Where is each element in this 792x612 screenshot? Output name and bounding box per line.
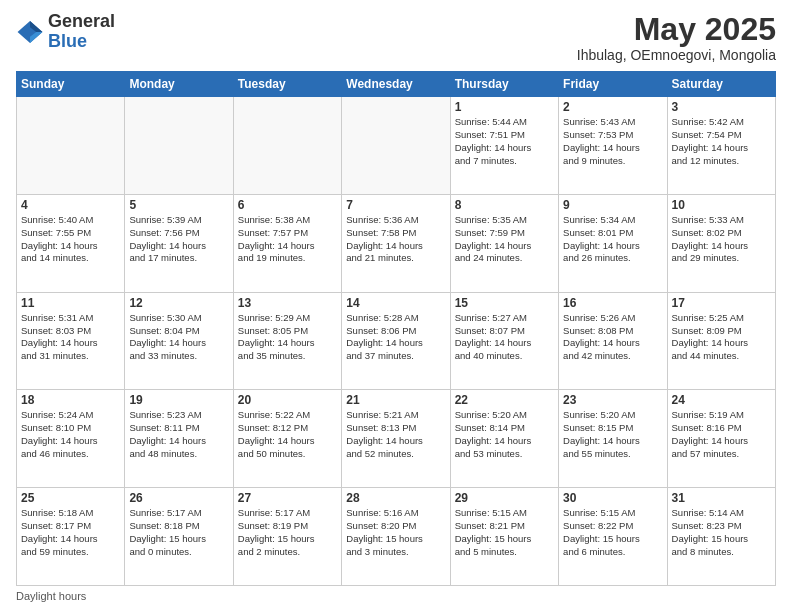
day-info: Sunrise: 5:18 AM Sunset: 8:17 PM Dayligh… — [21, 507, 120, 558]
day-info: Sunrise: 5:20 AM Sunset: 8:14 PM Dayligh… — [455, 409, 554, 460]
day-number: 10 — [672, 198, 771, 212]
day-info: Sunrise: 5:20 AM Sunset: 8:15 PM Dayligh… — [563, 409, 662, 460]
day-number: 14 — [346, 296, 445, 310]
day-number: 9 — [563, 198, 662, 212]
calendar-cell: 20Sunrise: 5:22 AM Sunset: 8:12 PM Dayli… — [233, 390, 341, 488]
weekday-header-friday: Friday — [559, 72, 667, 97]
day-number: 1 — [455, 100, 554, 114]
day-number: 8 — [455, 198, 554, 212]
calendar-cell: 11Sunrise: 5:31 AM Sunset: 8:03 PM Dayli… — [17, 292, 125, 390]
day-number: 2 — [563, 100, 662, 114]
day-number: 6 — [238, 198, 337, 212]
day-number: 17 — [672, 296, 771, 310]
calendar-cell: 22Sunrise: 5:20 AM Sunset: 8:14 PM Dayli… — [450, 390, 558, 488]
day-number: 20 — [238, 393, 337, 407]
weekday-header-thursday: Thursday — [450, 72, 558, 97]
logo-text: General Blue — [48, 12, 115, 52]
day-info: Sunrise: 5:31 AM Sunset: 8:03 PM Dayligh… — [21, 312, 120, 363]
day-number: 11 — [21, 296, 120, 310]
daylight-label: Daylight hours — [16, 590, 86, 602]
calendar-cell: 30Sunrise: 5:15 AM Sunset: 8:22 PM Dayli… — [559, 488, 667, 586]
day-info: Sunrise: 5:15 AM Sunset: 8:21 PM Dayligh… — [455, 507, 554, 558]
week-row-0: 1Sunrise: 5:44 AM Sunset: 7:51 PM Daylig… — [17, 97, 776, 195]
day-number: 24 — [672, 393, 771, 407]
calendar-cell: 6Sunrise: 5:38 AM Sunset: 7:57 PM Daylig… — [233, 194, 341, 292]
calendar-cell — [342, 97, 450, 195]
day-info: Sunrise: 5:25 AM Sunset: 8:09 PM Dayligh… — [672, 312, 771, 363]
day-number: 26 — [129, 491, 228, 505]
calendar-cell: 12Sunrise: 5:30 AM Sunset: 8:04 PM Dayli… — [125, 292, 233, 390]
day-number: 22 — [455, 393, 554, 407]
calendar-cell: 3Sunrise: 5:42 AM Sunset: 7:54 PM Daylig… — [667, 97, 775, 195]
day-info: Sunrise: 5:38 AM Sunset: 7:57 PM Dayligh… — [238, 214, 337, 265]
weekday-header-wednesday: Wednesday — [342, 72, 450, 97]
day-number: 25 — [21, 491, 120, 505]
day-info: Sunrise: 5:28 AM Sunset: 8:06 PM Dayligh… — [346, 312, 445, 363]
calendar-cell: 26Sunrise: 5:17 AM Sunset: 8:18 PM Dayli… — [125, 488, 233, 586]
day-info: Sunrise: 5:24 AM Sunset: 8:10 PM Dayligh… — [21, 409, 120, 460]
day-info: Sunrise: 5:40 AM Sunset: 7:55 PM Dayligh… — [21, 214, 120, 265]
location: Ihbulag, OEmnoegovi, Mongolia — [577, 47, 776, 63]
weekday-header-monday: Monday — [125, 72, 233, 97]
day-info: Sunrise: 5:35 AM Sunset: 7:59 PM Dayligh… — [455, 214, 554, 265]
calendar-cell: 2Sunrise: 5:43 AM Sunset: 7:53 PM Daylig… — [559, 97, 667, 195]
calendar-cell: 16Sunrise: 5:26 AM Sunset: 8:08 PM Dayli… — [559, 292, 667, 390]
week-row-4: 25Sunrise: 5:18 AM Sunset: 8:17 PM Dayli… — [17, 488, 776, 586]
calendar-cell: 17Sunrise: 5:25 AM Sunset: 8:09 PM Dayli… — [667, 292, 775, 390]
logo: General Blue — [16, 12, 115, 52]
day-number: 31 — [672, 491, 771, 505]
calendar-cell: 25Sunrise: 5:18 AM Sunset: 8:17 PM Dayli… — [17, 488, 125, 586]
day-info: Sunrise: 5:42 AM Sunset: 7:54 PM Dayligh… — [672, 116, 771, 167]
calendar-cell: 19Sunrise: 5:23 AM Sunset: 8:11 PM Dayli… — [125, 390, 233, 488]
day-number: 29 — [455, 491, 554, 505]
calendar-cell: 18Sunrise: 5:24 AM Sunset: 8:10 PM Dayli… — [17, 390, 125, 488]
weekday-header-row: SundayMondayTuesdayWednesdayThursdayFrid… — [17, 72, 776, 97]
day-info: Sunrise: 5:23 AM Sunset: 8:11 PM Dayligh… — [129, 409, 228, 460]
day-number: 7 — [346, 198, 445, 212]
day-number: 27 — [238, 491, 337, 505]
day-number: 15 — [455, 296, 554, 310]
day-info: Sunrise: 5:26 AM Sunset: 8:08 PM Dayligh… — [563, 312, 662, 363]
day-info: Sunrise: 5:30 AM Sunset: 8:04 PM Dayligh… — [129, 312, 228, 363]
calendar-cell: 13Sunrise: 5:29 AM Sunset: 8:05 PM Dayli… — [233, 292, 341, 390]
calendar-cell: 21Sunrise: 5:21 AM Sunset: 8:13 PM Dayli… — [342, 390, 450, 488]
day-number: 18 — [21, 393, 120, 407]
day-info: Sunrise: 5:27 AM Sunset: 8:07 PM Dayligh… — [455, 312, 554, 363]
calendar-cell: 7Sunrise: 5:36 AM Sunset: 7:58 PM Daylig… — [342, 194, 450, 292]
day-info: Sunrise: 5:29 AM Sunset: 8:05 PM Dayligh… — [238, 312, 337, 363]
calendar-cell: 27Sunrise: 5:17 AM Sunset: 8:19 PM Dayli… — [233, 488, 341, 586]
calendar-cell: 10Sunrise: 5:33 AM Sunset: 8:02 PM Dayli… — [667, 194, 775, 292]
calendar-cell: 14Sunrise: 5:28 AM Sunset: 8:06 PM Dayli… — [342, 292, 450, 390]
calendar-cell: 23Sunrise: 5:20 AM Sunset: 8:15 PM Dayli… — [559, 390, 667, 488]
day-number: 5 — [129, 198, 228, 212]
week-row-1: 4Sunrise: 5:40 AM Sunset: 7:55 PM Daylig… — [17, 194, 776, 292]
day-number: 13 — [238, 296, 337, 310]
day-number: 4 — [21, 198, 120, 212]
day-info: Sunrise: 5:17 AM Sunset: 8:19 PM Dayligh… — [238, 507, 337, 558]
day-info: Sunrise: 5:15 AM Sunset: 8:22 PM Dayligh… — [563, 507, 662, 558]
day-info: Sunrise: 5:17 AM Sunset: 8:18 PM Dayligh… — [129, 507, 228, 558]
logo-blue-text: Blue — [48, 31, 87, 51]
calendar-cell: 15Sunrise: 5:27 AM Sunset: 8:07 PM Dayli… — [450, 292, 558, 390]
weekday-header-sunday: Sunday — [17, 72, 125, 97]
day-info: Sunrise: 5:14 AM Sunset: 8:23 PM Dayligh… — [672, 507, 771, 558]
day-number: 12 — [129, 296, 228, 310]
calendar-cell: 28Sunrise: 5:16 AM Sunset: 8:20 PM Dayli… — [342, 488, 450, 586]
day-info: Sunrise: 5:44 AM Sunset: 7:51 PM Dayligh… — [455, 116, 554, 167]
day-info: Sunrise: 5:36 AM Sunset: 7:58 PM Dayligh… — [346, 214, 445, 265]
calendar-table: SundayMondayTuesdayWednesdayThursdayFrid… — [16, 71, 776, 586]
calendar-cell: 31Sunrise: 5:14 AM Sunset: 8:23 PM Dayli… — [667, 488, 775, 586]
day-info: Sunrise: 5:33 AM Sunset: 8:02 PM Dayligh… — [672, 214, 771, 265]
title-block: May 2025 Ihbulag, OEmnoegovi, Mongolia — [577, 12, 776, 63]
day-number: 30 — [563, 491, 662, 505]
calendar-cell: 4Sunrise: 5:40 AM Sunset: 7:55 PM Daylig… — [17, 194, 125, 292]
day-info: Sunrise: 5:39 AM Sunset: 7:56 PM Dayligh… — [129, 214, 228, 265]
calendar-cell: 8Sunrise: 5:35 AM Sunset: 7:59 PM Daylig… — [450, 194, 558, 292]
day-info: Sunrise: 5:22 AM Sunset: 8:12 PM Dayligh… — [238, 409, 337, 460]
day-info: Sunrise: 5:34 AM Sunset: 8:01 PM Dayligh… — [563, 214, 662, 265]
week-row-3: 18Sunrise: 5:24 AM Sunset: 8:10 PM Dayli… — [17, 390, 776, 488]
calendar-cell — [125, 97, 233, 195]
calendar-cell: 5Sunrise: 5:39 AM Sunset: 7:56 PM Daylig… — [125, 194, 233, 292]
calendar-cell — [17, 97, 125, 195]
logo-icon — [16, 18, 44, 46]
